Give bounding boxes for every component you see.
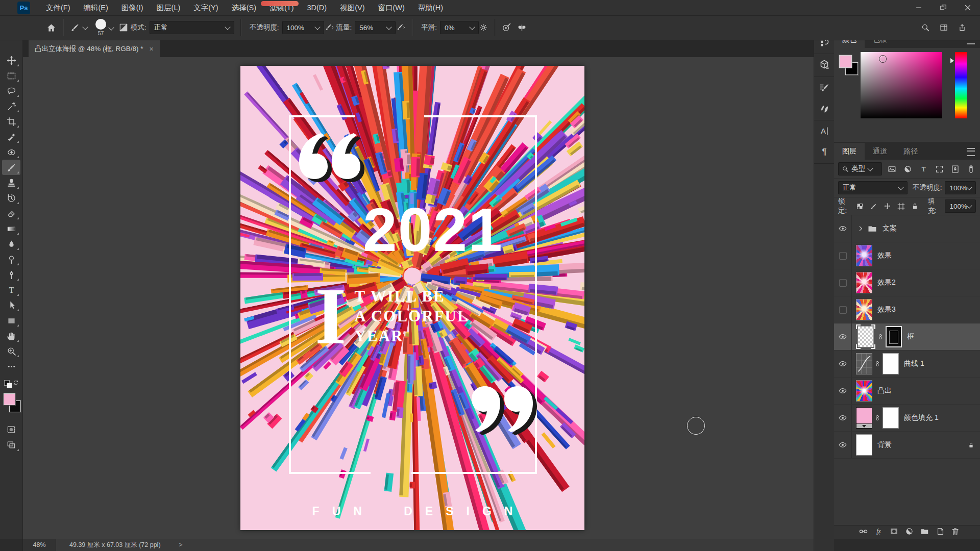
lock-artboard-icon[interactable]: [897, 202, 905, 211]
type-filter-icon[interactable]: T: [919, 164, 928, 174]
close-button[interactable]: [955, 0, 980, 15]
panel-menu-icon[interactable]: [967, 148, 975, 156]
saturation-brightness-field[interactable]: [861, 52, 942, 118]
panel-paragraph-button[interactable]: ¶: [818, 145, 831, 158]
opacity-pressure-icon[interactable]: [324, 22, 334, 33]
opacity-input[interactable]: 100%: [282, 21, 324, 34]
link-layers-button[interactable]: [859, 527, 868, 538]
gradient-tool[interactable]: [2, 221, 20, 236]
layer-thumbnail[interactable]: [856, 272, 872, 293]
eyedropper-tool[interactable]: [2, 129, 20, 144]
zoom-tool[interactable]: [2, 343, 20, 359]
layer-thumbnail[interactable]: [856, 434, 872, 456]
tool-preset-picker[interactable]: [70, 22, 87, 33]
restore-button[interactable]: [931, 0, 955, 15]
shape-tool[interactable]: [2, 313, 20, 328]
layer-filter-type-select[interactable]: 类型: [838, 162, 882, 176]
panel-character-button[interactable]: A: [818, 124, 831, 138]
document-tab[interactable]: 凸出立体海报 @ 48% (框, RGB/8) * ×: [29, 40, 160, 57]
quick-mask-mode-button[interactable]: [2, 422, 20, 437]
layer-thumbnail[interactable]: [856, 299, 872, 320]
tab-paths[interactable]: 路径: [895, 143, 926, 160]
blend-mode-select[interactable]: 正常: [150, 21, 234, 34]
brush-angle-icon[interactable]: [501, 22, 511, 33]
layer-visibility-eye[interactable]: [834, 378, 852, 404]
brush-tool[interactable]: [2, 160, 20, 175]
menu-item-2[interactable]: 图像(I): [115, 0, 150, 15]
layer-fill-input[interactable]: 100%: [945, 199, 976, 213]
hand-tool[interactable]: [2, 328, 20, 343]
default-colors-and-swap[interactable]: [2, 379, 20, 389]
tab-layers[interactable]: 图层: [834, 143, 865, 160]
layer-row-1[interactable]: 效果: [834, 242, 980, 269]
group-collapse-icon[interactable]: [857, 225, 864, 232]
type-tool[interactable]: T: [2, 282, 20, 297]
layer-row-5[interactable]: 曲线 1: [834, 350, 980, 378]
clone-stamp-tool[interactable]: [2, 175, 20, 190]
layer-thumbnail[interactable]: [856, 380, 872, 402]
paint-symmetry-icon[interactable]: [517, 22, 527, 33]
lock-move-icon[interactable]: [883, 202, 892, 211]
magic-wand-tool[interactable]: [2, 98, 20, 114]
search-icon[interactable]: [921, 23, 930, 32]
layer-opacity-input[interactable]: 100%: [945, 181, 976, 194]
layer-row-3[interactable]: 效果3: [834, 296, 980, 323]
menu-item-5[interactable]: 选择(S): [225, 0, 263, 15]
lock-transparent-icon[interactable]: [855, 202, 864, 211]
foreground-color-swatch[interactable]: [839, 55, 852, 68]
edit-toolbar[interactable]: [2, 359, 20, 374]
layer-row-8[interactable]: 背景: [834, 432, 980, 459]
color-cursor[interactable]: [879, 55, 887, 63]
hue-slider[interactable]: [955, 52, 967, 118]
pen-tool[interactable]: [2, 267, 20, 282]
smoothing-options-gear-icon[interactable]: [479, 23, 488, 32]
lock-all-icon[interactable]: [911, 202, 919, 211]
layer-thumbnail[interactable]: [883, 407, 899, 429]
panel-3d-button[interactable]: [818, 58, 831, 71]
menu-item-9[interactable]: 窗口(W): [372, 0, 411, 15]
toggle-brush-settings-icon[interactable]: [118, 22, 129, 33]
layer-thumbnail[interactable]: [856, 353, 872, 374]
pixel-filter-icon[interactable]: [887, 164, 897, 174]
layer-effects-button[interactable]: fx: [874, 527, 884, 538]
tab-close-button[interactable]: ×: [150, 45, 154, 53]
lock-paint-icon[interactable]: [869, 202, 878, 211]
crop-tool[interactable]: [2, 114, 20, 129]
menu-item-1[interactable]: 编辑(E): [77, 0, 115, 15]
adjustment-filter-icon[interactable]: [903, 164, 913, 174]
share-icon[interactable]: [958, 23, 967, 32]
layer-visibility-eye[interactable]: [834, 323, 852, 350]
menu-item-8[interactable]: 视图(V): [333, 0, 371, 15]
filter-toggle-icon[interactable]: [966, 164, 976, 174]
screen-mode-button[interactable]: [2, 437, 20, 453]
delete-layer-button[interactable]: [950, 527, 960, 538]
eraser-tool[interactable]: [2, 206, 20, 221]
layer-row-4[interactable]: 框: [834, 323, 980, 350]
panel-brush-settings-button[interactable]: [818, 81, 831, 94]
workspace-switcher-icon[interactable]: [939, 23, 948, 32]
layer-thumbnail[interactable]: [856, 245, 872, 266]
menu-item-4[interactable]: 文字(Y): [187, 0, 225, 15]
move-tool[interactable]: [2, 53, 20, 68]
menu-item-7[interactable]: 3D(D): [300, 0, 333, 15]
zoom-level[interactable]: 48%: [23, 539, 56, 551]
menu-item-3[interactable]: 图层(L): [150, 0, 187, 15]
marquee-tool[interactable]: [2, 68, 20, 83]
menu-item-6[interactable]: 滤镜(T): [263, 0, 301, 15]
smoothing-input[interactable]: 0%: [440, 21, 479, 34]
new-layer-button[interactable]: [935, 527, 945, 538]
layer-thumbnail[interactable]: [857, 326, 874, 347]
panel-brushes-button[interactable]: [818, 102, 831, 115]
chevron-down-icon[interactable]: [108, 24, 114, 30]
dodge-tool[interactable]: [2, 252, 20, 267]
flow-input[interactable]: 56%: [355, 21, 396, 34]
healing-brush-tool[interactable]: [2, 144, 20, 160]
menu-item-0[interactable]: 文件(F): [39, 0, 77, 15]
layer-visibility-eye[interactable]: [834, 215, 852, 242]
layer-visibility-toggle[interactable]: [834, 269, 852, 296]
new-group-button[interactable]: [920, 527, 929, 538]
layer-visibility-eye[interactable]: [834, 432, 852, 458]
layer-row-0[interactable]: 文案: [834, 215, 980, 242]
add-mask-button[interactable]: [889, 527, 899, 538]
menu-item-10[interactable]: 帮助(H): [411, 0, 450, 15]
